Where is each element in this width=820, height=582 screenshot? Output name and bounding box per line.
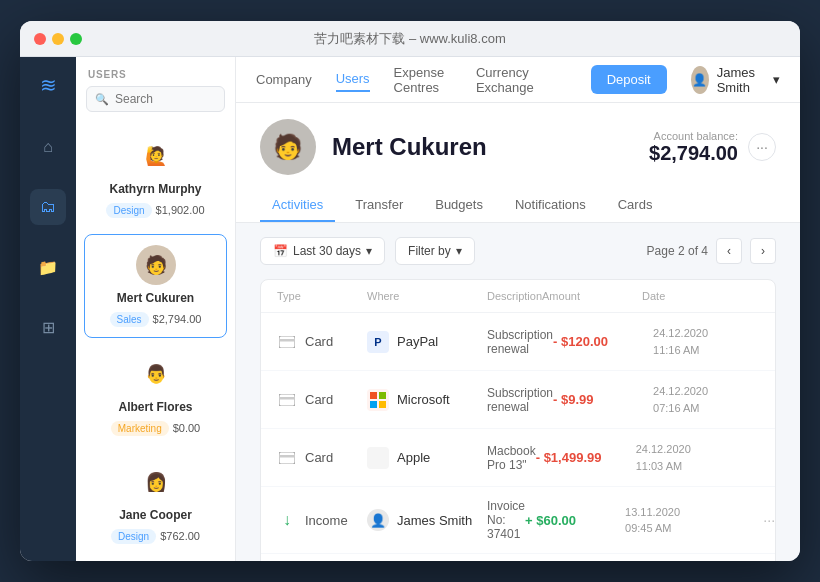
income-icon: ↓ xyxy=(277,510,297,530)
date-range-label: Last 30 days xyxy=(293,244,361,258)
window-title: 苦力吧素材下载 – www.kuli8.com xyxy=(314,30,505,48)
jamessmith-logo: 👤 xyxy=(367,509,389,531)
col-where: Where xyxy=(367,290,487,302)
col-type: Type xyxy=(277,290,367,302)
svg-rect-5 xyxy=(379,392,386,399)
user-card-mert[interactable]: 🧑 Mert Cukuren Sales$2,794.00 xyxy=(84,234,227,338)
user-tag-jane: Design xyxy=(111,529,156,544)
user-amount-albert: $0.00 xyxy=(173,422,201,434)
filters-row: 📅 Last 30 days ▾ Filter by ▾ Page 2 of 4… xyxy=(260,237,776,265)
user-amount-mert: $2,794.00 xyxy=(153,313,202,325)
avatar-albert: 👨 xyxy=(136,354,176,394)
traffic-lights xyxy=(34,33,82,45)
minimize-button[interactable] xyxy=(52,33,64,45)
svg-rect-2 xyxy=(279,394,295,406)
date-range-chevron: ▾ xyxy=(366,244,372,258)
user-amount-kathyrn: $1,902.00 xyxy=(156,204,205,216)
desc-cell: Subscription renewal xyxy=(487,328,553,356)
svg-rect-4 xyxy=(370,392,377,399)
user-card-jane[interactable]: 👩 Jane Cooper Design$762.00 xyxy=(84,452,227,554)
nav-grid-icon[interactable]: ⊞ xyxy=(30,309,66,345)
prev-page-button[interactable]: ‹ xyxy=(716,238,742,264)
filter-by-button[interactable]: Filter by ▾ xyxy=(395,237,475,265)
table-row: Card Microsoft Subscription renewal - $9… xyxy=(261,371,775,429)
user-menu[interactable]: 👤 James Smith ▾ xyxy=(691,65,780,95)
svg-rect-3 xyxy=(279,397,295,400)
date-cell: 13.11.202009:45 AM xyxy=(625,504,745,537)
tab-budgets[interactable]: Budgets xyxy=(423,189,495,222)
close-button[interactable] xyxy=(34,33,46,45)
tab-notifications[interactable]: Notifications xyxy=(503,189,598,222)
col-date: Date xyxy=(642,290,762,302)
row-menu-button[interactable]: ··· xyxy=(756,450,776,466)
filter-chevron: ▾ xyxy=(456,244,462,258)
tab-cards[interactable]: Cards xyxy=(606,189,665,222)
row-menu-button[interactable]: ··· xyxy=(773,392,776,408)
users-label: USERS xyxy=(76,57,235,86)
user-name-jane: Jane Cooper xyxy=(119,508,192,522)
nav-expense[interactable]: Expense Centres xyxy=(394,61,452,99)
nav-folder-icon[interactable]: 📁 xyxy=(30,249,66,285)
where-label: Apple xyxy=(397,450,430,465)
nav-users[interactable]: Users xyxy=(336,67,370,92)
user-tag-mert: Sales xyxy=(110,312,149,327)
avatar-mert: 🧑 xyxy=(136,245,176,285)
amount-cell: - $120.00 xyxy=(553,334,653,349)
amount-cell: - $9.99 xyxy=(553,392,653,407)
search-input[interactable] xyxy=(115,92,216,106)
nav-company[interactable]: Company xyxy=(256,68,312,91)
user-name-kathyrn: Kathyrn Murphy xyxy=(109,182,201,196)
row-menu-button[interactable]: ··· xyxy=(745,512,775,528)
where-cell: P PayPal xyxy=(367,331,487,353)
desc-cell: Invoice No: 37401 xyxy=(487,499,525,541)
card-icon xyxy=(277,448,297,468)
user-menu-chevron: ▾ xyxy=(773,72,780,87)
page-info: Page 2 of 4 xyxy=(647,244,708,258)
nav-home-icon[interactable]: ⌂ xyxy=(30,129,66,165)
card-icon xyxy=(277,390,297,410)
tab-activities[interactable]: Activities xyxy=(260,189,335,222)
profile-avatar: 🧑 xyxy=(260,119,316,175)
transactions-area: 📅 Last 30 days ▾ Filter by ▾ Page 2 of 4… xyxy=(236,223,800,561)
balance-more-button[interactable]: ··· xyxy=(748,133,776,161)
avatar-jane: 👩 xyxy=(136,462,176,502)
user-name-mert: Mert Cukuren xyxy=(117,291,194,305)
maximize-button[interactable] xyxy=(70,33,82,45)
next-page-button[interactable]: › xyxy=(750,238,776,264)
where-cell: 👤 James Smith xyxy=(367,509,487,531)
user-card-kathyrn[interactable]: 🙋 Kathyrn Murphy Design$1,902.00 xyxy=(84,126,227,228)
deposit-button[interactable]: Deposit xyxy=(591,65,667,94)
svg-rect-1 xyxy=(279,339,295,342)
profile-area: 🧑 Mert Cukuren Account balance: $2,794.0… xyxy=(236,103,800,223)
date-range-button[interactable]: 📅 Last 30 days ▾ xyxy=(260,237,385,265)
calendar-icon: 📅 xyxy=(273,244,288,258)
profile-name: Mert Cukuren xyxy=(332,133,487,161)
filter-by-label: Filter by xyxy=(408,244,451,258)
date-cell: 24.12.202007:16 AM xyxy=(653,383,773,416)
top-nav: Company Users Expense Centres Currency E… xyxy=(236,57,800,103)
balance-label: Account balance: xyxy=(649,130,738,142)
titlebar: 苦力吧素材下载 – www.kuli8.com xyxy=(20,21,800,57)
user-tag-albert: Marketing xyxy=(111,421,169,436)
table-header: Type Where Description Amount Date xyxy=(261,280,775,313)
svg-rect-9 xyxy=(279,455,295,458)
users-list: 🙋 Kathyrn Murphy Design$1,902.00 🧑 Mert … xyxy=(76,122,235,561)
user-menu-avatar: 👤 xyxy=(691,66,709,94)
logo: ≋ xyxy=(40,73,57,97)
main-content: Company Users Expense Centres Currency E… xyxy=(236,57,800,561)
type-label: Income xyxy=(305,513,348,528)
profile-tabs: Activities Transfer Budgets Notification… xyxy=(260,189,776,222)
balance-amount: $2,794.00 xyxy=(649,142,738,165)
type-cell: Card xyxy=(277,448,367,468)
nav-users-icon[interactable]: 🗂 xyxy=(30,189,66,225)
user-amount-jane: $762.00 xyxy=(160,530,200,542)
nav-currency[interactable]: Currency Exchange xyxy=(476,61,543,99)
row-menu-button[interactable]: ··· xyxy=(773,334,776,350)
tab-transfer[interactable]: Transfer xyxy=(343,189,415,222)
users-sidebar: USERS 🔍 🙋 Kathyrn Murphy Design$1,902.00… xyxy=(76,57,236,561)
desc-cell: Macbook Pro 13" xyxy=(487,444,536,472)
card-icon xyxy=(277,332,297,352)
user-card-albert[interactable]: 👨 Albert Flores Marketing$0.00 xyxy=(84,344,227,446)
transactions-table: Type Where Description Amount Date xyxy=(260,279,776,561)
type-label: Card xyxy=(305,334,333,349)
